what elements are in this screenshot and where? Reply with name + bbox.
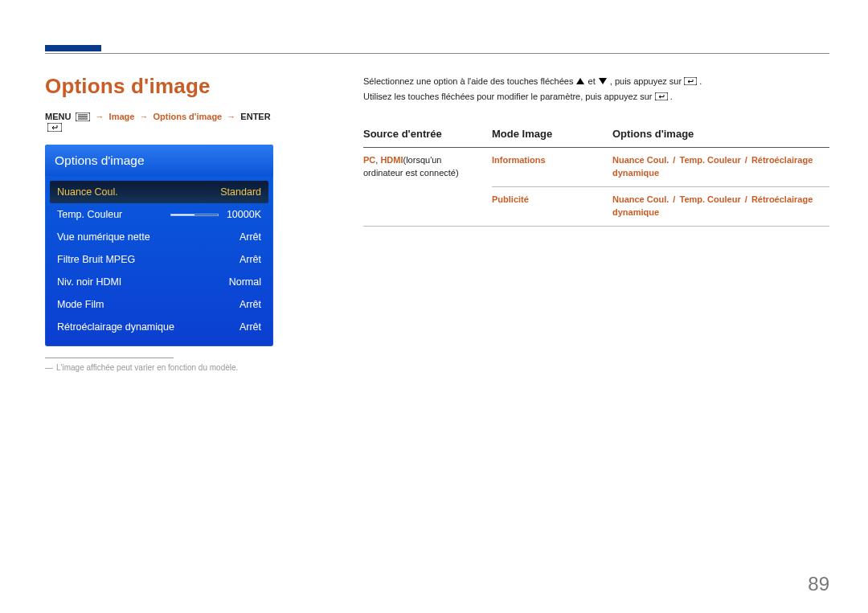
arrow-icon: → bbox=[137, 112, 150, 121]
osd-menu: Options d'image Nuance Coul. Standard Te… bbox=[45, 145, 273, 346]
table-header-source: Source d'entrée bbox=[363, 122, 492, 148]
content-columns: Options d'image MENU → Image → Options d… bbox=[45, 74, 829, 372]
table-header-options: Options d'image bbox=[612, 122, 829, 148]
enter-icon bbox=[684, 75, 697, 89]
osd-row-label: Vue numérique nette bbox=[57, 231, 240, 243]
osd-row-mode-film[interactable]: Mode Film Arrêt bbox=[50, 293, 268, 316]
osd-row-label: Nuance Coul. bbox=[57, 186, 220, 198]
breadcrumb: MENU → Image → Options d'image → ENTER bbox=[45, 112, 273, 133]
arrow-icon: → bbox=[93, 112, 107, 121]
header-accent-bar bbox=[45, 45, 101, 51]
osd-row-label: Mode Film bbox=[57, 299, 240, 310]
osd-row-value: Standard bbox=[220, 186, 261, 198]
page-title: Options d'image bbox=[45, 74, 273, 99]
table-header-mode: Mode Image bbox=[492, 122, 612, 148]
breadcrumb-enter: ENTER bbox=[240, 112, 270, 121]
osd-row-value: Arrêt bbox=[240, 299, 261, 310]
table-cell-options: Nuance Coul. / Temp. Couleur / Rétroécla… bbox=[612, 187, 829, 227]
osd-row-value: Normal bbox=[229, 276, 261, 288]
table-cell-mode: Publicité bbox=[492, 187, 612, 227]
osd-row-temp-couleur[interactable]: Temp. Couleur 10000K bbox=[50, 203, 268, 226]
up-arrow-icon bbox=[576, 78, 584, 84]
caption-rule bbox=[45, 358, 174, 358]
slider-icon bbox=[170, 214, 219, 216]
osd-row-filtre-bruit[interactable]: Filtre Bruit MPEG Arrêt bbox=[50, 248, 268, 271]
osd-row-value: Arrêt bbox=[240, 231, 261, 243]
osd-row-label: Temp. Couleur bbox=[57, 209, 170, 220]
osd-row-label: Niv. noir HDMI bbox=[57, 276, 229, 288]
osd-row-label: Rétroéclairage dynamique bbox=[57, 321, 240, 333]
breadcrumb-options: Options d'image bbox=[154, 112, 223, 121]
osd-row-value: 10000K bbox=[227, 209, 261, 220]
caption: ―L'image affichée peut varier en fonctio… bbox=[45, 363, 273, 372]
enter-icon bbox=[47, 123, 62, 133]
header-rule bbox=[45, 53, 829, 54]
osd-row-nuance-coul[interactable]: Nuance Coul. Standard bbox=[50, 181, 268, 203]
options-table: Source d'entrée Mode Image Options d'ima… bbox=[363, 122, 829, 227]
table-cell-mode: Informations bbox=[492, 148, 612, 187]
table-cell-options: Nuance Coul. / Temp. Couleur / Rétroécla… bbox=[612, 148, 829, 187]
osd-row-vue-numerique[interactable]: Vue numérique nette Arrêt bbox=[50, 226, 268, 248]
left-column: Options d'image MENU → Image → Options d… bbox=[45, 74, 273, 372]
instruction-line-2: Utilisez les touches fléchées pour modif… bbox=[363, 89, 829, 104]
osd-menu-title: Options d'image bbox=[45, 145, 273, 176]
page-number: 89 bbox=[808, 573, 829, 595]
caption-text: L'image affichée peut varier en fonction… bbox=[56, 363, 238, 372]
breadcrumb-image: Image bbox=[109, 112, 135, 121]
osd-row-niv-noir-hdmi[interactable]: Niv. noir HDMI Normal bbox=[50, 271, 268, 293]
osd-row-value: Arrêt bbox=[240, 321, 261, 333]
osd-row-value: Arrêt bbox=[240, 254, 261, 265]
right-column: Sélectionnez une option à l'aide des tou… bbox=[363, 74, 829, 372]
table-cell-source: PC, HDMI(lorsqu'un ordinateur est connec… bbox=[363, 148, 492, 227]
breadcrumb-menu: MENU bbox=[45, 112, 71, 121]
menu-icon bbox=[76, 112, 90, 123]
manual-page: Options d'image MENU → Image → Options d… bbox=[0, 0, 868, 613]
down-arrow-icon bbox=[599, 78, 607, 84]
arrow-icon: → bbox=[224, 112, 238, 121]
enter-icon bbox=[655, 90, 668, 104]
osd-row-label: Filtre Bruit MPEG bbox=[57, 254, 240, 265]
instructions: Sélectionnez une option à l'aide des tou… bbox=[363, 74, 829, 104]
osd-menu-body: Nuance Coul. Standard Temp. Couleur 1000… bbox=[45, 176, 273, 346]
osd-row-retroeclairage[interactable]: Rétroéclairage dynamique Arrêt bbox=[50, 316, 268, 338]
instruction-line-1: Sélectionnez une option à l'aide des tou… bbox=[363, 74, 829, 89]
